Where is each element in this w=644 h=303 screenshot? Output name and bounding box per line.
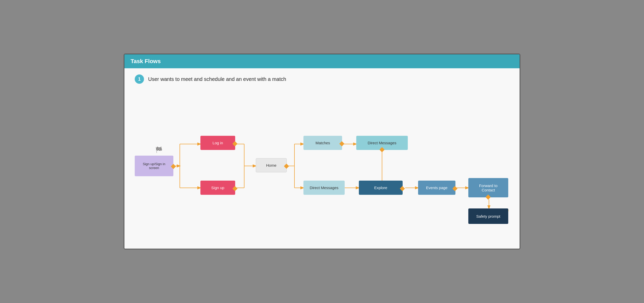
signup-signin-node: Sign up/Sign in screen [135,156,173,176]
events-page-node: Events page [418,181,455,195]
direct-messages-bottom-node: Direct Messages [303,181,345,195]
app-window: Task Flows 1 User wants to meet and sche… [124,54,520,249]
task-description: User wants to meet and schedule and an e… [148,76,286,82]
task-label-row: 1 User wants to meet and schedule and an… [124,68,520,90]
arrows-svg [124,90,520,247]
header-bar: Task Flows [124,54,520,68]
matches-node: Matches [303,136,342,150]
safety-prompt-node: Safety prompt [468,208,508,224]
home-node: Home [256,158,287,172]
flow-diagram: 🏁 Sign up/Sign in screen Log in Sign up … [124,90,520,247]
login-node: Log in [200,136,235,150]
page-title: Task Flows [131,58,161,64]
signup-node: Sign up [200,181,235,195]
main-content: 1 User wants to meet and schedule and an… [124,68,520,249]
explore-node: Explore [359,181,403,195]
task-number-badge: 1 [135,74,144,84]
flag-icon: 🏁 [155,147,162,153]
